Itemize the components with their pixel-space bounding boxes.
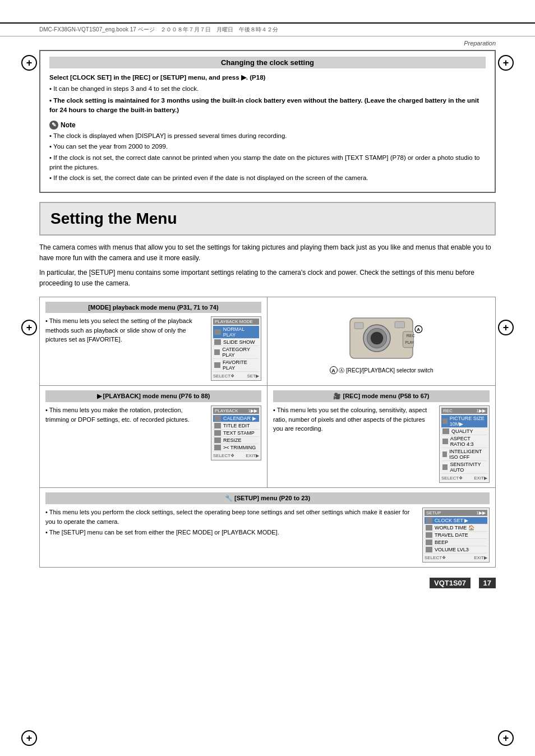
pb-row-3: TEXT STAMP (213, 430, 259, 437)
pb-screen-footer: SELECT❖ EXIT▶ (213, 453, 259, 458)
intro-line-2: In particular, the [SETUP] menu contains… (39, 268, 496, 289)
setup-row-5: VOLUME LVL3 (425, 546, 487, 554)
svg-text:REC: REC (407, 333, 415, 338)
rec-menu-title: 🎥 [REC] mode menu (P58 to 67) (273, 390, 490, 402)
svg-text:A: A (417, 327, 420, 332)
setup-row-3: TRAVEL DATE (425, 532, 487, 539)
mode-row-3-icon (214, 349, 220, 355)
rec-menu-body: • This menu lets you set the colouring, … (273, 405, 490, 483)
clock-subtitle: Select [CLOCK SET] in the [REC] or [SETU… (49, 73, 486, 82)
setup-screen-footer: SELECT❖ EXIT▶ (425, 555, 487, 560)
setup-menu-body: • This menu lets you perform the clock s… (45, 508, 490, 563)
mode-menu-cell: [MODE] playback mode menu (P31, 71 to 74… (40, 297, 268, 385)
rec-menu-text: • This menu lets you set the colouring, … (273, 405, 435, 483)
mode-row-1: NORMAL PLAY (213, 326, 259, 339)
svg-rect-4 (354, 322, 363, 329)
note-line-1: • The clock is displayed when [DISPLAY] … (49, 131, 486, 141)
rec-row-3: ASPECT RATIO 4:3 (441, 435, 487, 448)
setup-menu-text: • This menu lets you perform the clock s… (45, 508, 417, 563)
playback-screen-title: PLAYBACK 1▶▶ (213, 408, 259, 414)
mode-menu-screen: PLAYBACK MODE NORMAL PLAY SLIDE SHOW (211, 316, 261, 381)
rec-row-4: INTELLIGENT ISO OFF (441, 448, 487, 461)
pb-row-5: >< TRIMMING (213, 444, 259, 451)
setup-row-4: BEEP (425, 539, 487, 546)
note-line-4: • If the clock is set, the correct date … (49, 173, 486, 183)
playback-menu-text: • This menu lets you make the rotation, … (45, 405, 206, 460)
mode-row-1-icon (214, 329, 221, 335)
clock-section: Changing the clock setting Select [CLOCK… (39, 50, 496, 193)
setup-row-2: WORLD TIME 🏠 (425, 524, 487, 532)
file-info: DMC-FX38GN-VQT1S07_eng.book 17 ページ ２００８年… (39, 26, 278, 33)
rec-row-2: QUALITY (441, 428, 487, 435)
setup-menu-title: 🔧 [SETUP] menu (P20 to 23) (45, 492, 490, 504)
mode-row-4-icon (214, 362, 220, 368)
camera-diagram-cell: REC PLAY A A Ⓐ [REC]/[PLAYBACK] selector… (268, 297, 495, 385)
page-code: VQT1S07 (430, 578, 471, 588)
playback-menu-body: • This menu lets you make the rotation, … (45, 405, 261, 460)
menu-grid: [MODE] playback mode menu (P31, 71 to 74… (39, 297, 496, 568)
clock-title: Changing the clock setting (49, 57, 486, 68)
mode-menu-text: • This menu lets you select the setting … (45, 316, 206, 381)
clock-line-2: • The clock setting is maintained for 3 … (49, 96, 486, 116)
rec-screen-title: REC 1▶▶ (441, 408, 487, 414)
setup-screen-title: SETUP 1▶▶ (425, 510, 487, 516)
pb-row-2: TITLE EDIT (213, 422, 259, 430)
mode-screen-footer: SELECT❖ SET▶ (213, 374, 259, 379)
note-line-3: • If the clock is not set, the correct d… (49, 153, 486, 173)
reg-mark-tl (21, 55, 37, 71)
page-number: 17 (479, 578, 496, 588)
selector-label: A Ⓐ [REC]/[PLAYBACK] selector switch (330, 366, 433, 375)
pb-row-4: RESIZE (213, 437, 259, 444)
content-area: Changing the clock setting Select [CLOCK… (0, 50, 535, 568)
mode-row-2: SLIDE SHOW (213, 339, 259, 346)
header-bar: DMC-FX38GN-VQT1S07_eng.book 17 ページ ２００８年… (0, 22, 535, 36)
mode-row-2-icon (214, 339, 221, 345)
rec-row-5: SENSITIVITY AUTO (441, 461, 487, 474)
playback-menu-title: ▶ [PLAYBACK] mode menu (P76 to 88) (45, 390, 261, 402)
setting-intro: The camera comes with menus that allow y… (39, 242, 496, 289)
rec-row-1: PICTURE SIZE 10M▶ (441, 415, 487, 428)
svg-text:PLAY: PLAY (405, 340, 414, 344)
camera-svg: REC PLAY A (336, 308, 426, 364)
reg-mark-mr (498, 320, 514, 335)
playback-menu-cell: ▶ [PLAYBACK] mode menu (P76 to 88) • Thi… (40, 386, 268, 487)
rec-menu-cell: 🎥 [REC] mode menu (P58 to 67) • This men… (268, 386, 495, 487)
clock-line-1: • It can be changed in steps 3 and 4 to … (49, 84, 486, 94)
reg-mark-tr (498, 55, 514, 71)
intro-line-1: The camera comes with menus that allow y… (39, 242, 496, 264)
note-icon: ✎ (49, 121, 58, 130)
rec-screen-footer: SELECT❖ EXIT▶ (441, 476, 487, 481)
page-wrapper: DMC-FX38GN-VQT1S07_eng.book 17 ページ ２００８年… (0, 22, 535, 756)
svg-rect-5 (395, 321, 405, 328)
mode-screen-title: PLAYBACK MODE (213, 319, 259, 325)
setting-menu-title: Setting the Menu (50, 210, 485, 228)
rec-menu-screen: REC 1▶▶ PICTURE SIZE 10M▶ QUALITY (439, 405, 490, 483)
clock-body: Select [CLOCK SET] in the [REC] or [SETU… (49, 73, 486, 115)
section-label: Preparation (0, 40, 535, 47)
page-number-area: VQT1S07 17 (0, 573, 535, 593)
pb-row-1: CALENDAR ▶ (213, 415, 259, 422)
menu-top-row: [MODE] playback mode menu (P31, 71 to 74… (40, 297, 495, 386)
setup-menu-row: 🔧 [SETUP] menu (P20 to 23) • This menu l… (40, 488, 495, 567)
mode-row-3: CATEGORY PLAY (213, 346, 259, 359)
mode-menu-body: • This menu lets you select the setting … (45, 316, 261, 381)
reg-mark-ml (21, 320, 37, 335)
svg-point-3 (371, 332, 383, 344)
setup-row-1: CLOCK SET ▶ (425, 517, 487, 524)
setting-menu-header: Setting the Menu (39, 202, 496, 236)
menu-bottom-row: ▶ [PLAYBACK] mode menu (P76 to 88) • Thi… (40, 386, 495, 488)
note-line-2: • You can set the year from 2000 to 2099… (49, 142, 486, 151)
mode-menu-title: [MODE] playback mode menu (P31, 71 to 74… (45, 302, 261, 313)
setup-menu-screen: SETUP 1▶▶ CLOCK SET ▶ WORLD TIME 🏠 (422, 508, 490, 563)
reg-mark-br (498, 730, 514, 746)
reg-mark-bl (21, 730, 37, 746)
note-label: ✎ Note (49, 121, 486, 130)
note-section: ✎ Note • The clock is displayed when [DI… (49, 121, 486, 183)
playback-menu-screen: PLAYBACK 1▶▶ CALENDAR ▶ TITLE EDIT (211, 405, 261, 460)
camera-diagram: REC PLAY A A Ⓐ [REC]/[PLAYBACK] selector… (330, 308, 433, 375)
mode-row-4: FAVORITE PLAY (213, 359, 259, 372)
